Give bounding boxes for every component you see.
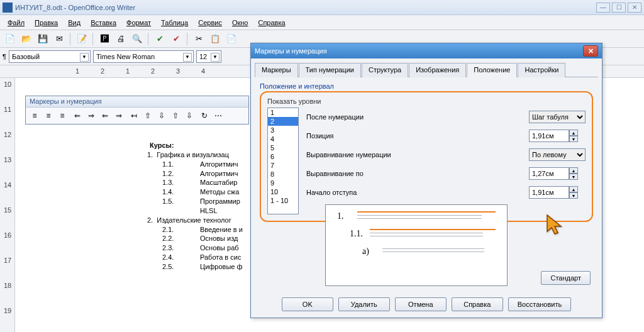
- tab-structure[interactable]: Структура: [362, 63, 408, 77]
- tab-position[interactable]: Положение: [467, 63, 517, 77]
- list-off-icon[interactable]: ≡: [56, 109, 69, 122]
- bullets-dialog-icon[interactable]: ⋯: [212, 109, 225, 122]
- menu-file[interactable]: Файл: [3, 18, 30, 28]
- new-icon[interactable]: 📄: [3, 31, 18, 47]
- document-content[interactable]: Курсы: 1. Графика и визуализац 1.1.Алгор…: [87, 141, 243, 272]
- pdf-icon[interactable]: 🅿: [97, 31, 112, 47]
- standard-button[interactable]: Стандарт: [541, 271, 591, 285]
- bullets-numbering-dialog: Маркеры и нумерация ✕ Маркеры Тип нумера…: [250, 43, 602, 318]
- dialog-titlebar[interactable]: Маркеры и нумерация ✕: [251, 43, 602, 58]
- menu-tools[interactable]: Сервис: [193, 18, 227, 28]
- minimize-button[interactable]: —: [596, 3, 610, 13]
- preview-icon[interactable]: 🔍: [130, 31, 145, 47]
- after-numbering-select[interactable]: Шаг табуля: [529, 111, 586, 123]
- menu-edit[interactable]: Правка: [30, 18, 63, 28]
- open-icon[interactable]: 📂: [19, 31, 34, 47]
- tab-settings[interactable]: Настройки: [518, 63, 565, 77]
- bullets-toolbar: Маркеры и нумерация ≡ ≡ ≡ ⇐ ⇒ ⇐ ⇒ ↤ ⇧ ⇩ …: [25, 96, 249, 124]
- vertical-ruler[interactable]: 10 11 12 13 14 15 16 17 18 19: [0, 78, 15, 332]
- position-label: Позиция: [306, 132, 529, 140]
- bullets-toolbar-title[interactable]: Маркеры и нумерация: [26, 96, 248, 108]
- tab-numbering-type[interactable]: Тип нумерации: [299, 63, 361, 77]
- move-up-sub-icon[interactable]: ⇧: [169, 109, 182, 122]
- numbering-alignment-label: Выравнивание нумерации: [306, 151, 529, 158]
- tab-images[interactable]: Изображения: [409, 63, 466, 77]
- font-name-combo[interactable]: Times New Roman▼: [93, 50, 194, 63]
- numbering-preview: 1. 1.1. a): [325, 204, 508, 286]
- spinner-down-icon[interactable]: ▼: [569, 136, 578, 142]
- titlebar: ИНТУИТ_8.odt - OpenOffice.org Writer — ☐…: [0, 0, 644, 15]
- delete-button[interactable]: Удалить: [338, 297, 390, 311]
- autospell-icon[interactable]: ✔: [169, 31, 184, 47]
- app-icon: [3, 3, 13, 13]
- menu-help[interactable]: Справка: [253, 18, 290, 28]
- spinner-down-icon[interactable]: ▼: [569, 174, 578, 180]
- move-down-icon[interactable]: ⇩: [155, 109, 168, 122]
- print-icon[interactable]: 🖨: [113, 31, 128, 47]
- save-icon[interactable]: 💾: [35, 31, 50, 47]
- demote-icon[interactable]: ⇒: [85, 109, 97, 122]
- menubar: Файл Правка Вид Вставка Формат Таблица С…: [0, 15, 644, 30]
- close-button[interactable]: ✕: [628, 3, 641, 13]
- dialog-tabs: Маркеры Тип нумерации Структура Изображе…: [255, 62, 598, 77]
- after-numbering-label: После нумерации: [306, 113, 529, 121]
- list-number-icon[interactable]: ≡: [42, 109, 55, 122]
- move-down-sub-icon[interactable]: ⇩: [183, 109, 196, 122]
- ok-button[interactable]: OK: [282, 297, 333, 311]
- show-levels-label: Показать уровни: [267, 97, 586, 105]
- restart-numbering-icon[interactable]: ↻: [198, 109, 211, 122]
- no-number-icon[interactable]: ↤: [128, 109, 140, 122]
- font-size-combo[interactable]: 12▼: [196, 50, 221, 63]
- menu-window[interactable]: Окно: [227, 18, 253, 28]
- window-title: ИНТУИТ_8.odt - OpenOffice.org Writer: [15, 4, 596, 11]
- menu-insert[interactable]: Вставка: [86, 18, 121, 28]
- numbering-alignment-select[interactable]: По левому: [529, 148, 586, 161]
- spinner-up-icon[interactable]: ▲: [569, 186, 578, 192]
- restore-button[interactable]: Восстановить: [508, 297, 571, 311]
- help-button[interactable]: Справка: [452, 297, 503, 311]
- menu-format[interactable]: Формат: [121, 18, 156, 28]
- levels-listbox[interactable]: 1 2 3 4 5 6 7 8 9 10 1 - 10: [267, 108, 299, 214]
- menu-view[interactable]: Вид: [63, 18, 86, 28]
- dialog-button-row: OK Удалить Отмена Справка Восстановить: [251, 297, 602, 311]
- styles-icon[interactable]: ¶: [3, 53, 6, 60]
- paste-icon[interactable]: 📄: [224, 31, 239, 47]
- indent-start-spinner[interactable]: ▲▼: [529, 186, 586, 199]
- cut-icon[interactable]: ✂: [191, 31, 206, 47]
- mail-icon[interactable]: ✉: [52, 31, 67, 47]
- spinner-up-icon[interactable]: ▲: [569, 167, 578, 174]
- align-at-label: Выравнивание по: [306, 170, 529, 177]
- dialog-close-icon[interactable]: ✕: [583, 45, 598, 57]
- promote-icon[interactable]: ⇐: [71, 109, 84, 122]
- spellcheck-icon[interactable]: ✔: [152, 31, 167, 47]
- cancel-button[interactable]: Отмена: [395, 297, 447, 311]
- spinner-up-icon[interactable]: ▲: [569, 130, 578, 136]
- demote-sub-icon[interactable]: ⇒: [113, 109, 125, 122]
- menu-table[interactable]: Таблица: [156, 18, 193, 28]
- spinner-down-icon[interactable]: ▼: [569, 192, 578, 199]
- position-spacing-label: Положение и интервал: [260, 82, 593, 90]
- promote-sub-icon[interactable]: ⇐: [99, 109, 111, 122]
- edit-icon[interactable]: 📝: [74, 31, 89, 47]
- position-spinner[interactable]: ▲▼: [529, 130, 586, 142]
- maximize-button[interactable]: ☐: [612, 3, 626, 13]
- copy-icon[interactable]: 📋: [208, 31, 223, 47]
- move-up-icon[interactable]: ⇧: [142, 109, 154, 122]
- tab-markers[interactable]: Маркеры: [255, 63, 298, 77]
- paragraph-style-combo[interactable]: Базовый▼: [9, 50, 91, 63]
- align-at-spinner[interactable]: ▲▼: [529, 167, 586, 180]
- highlight-annotation: Показать уровни 1 2 3 4 5 6 7 8 9 10 1 -…: [260, 91, 593, 222]
- indent-start-label: Начало отступа: [306, 189, 529, 196]
- list-bullet-icon[interactable]: ≡: [28, 109, 41, 122]
